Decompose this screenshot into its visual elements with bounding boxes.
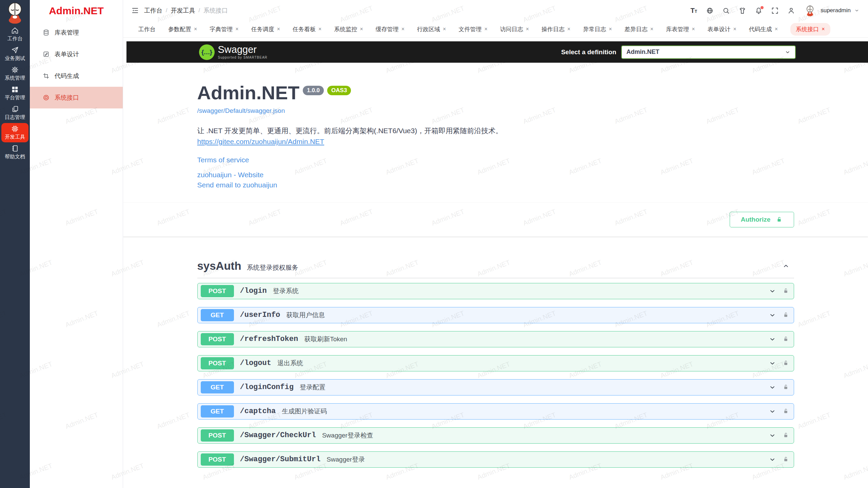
lock-icon[interactable] [783,336,789,342]
repo-link[interactable]: https://gitee.com/zuohuaijun/Admin.NET [197,138,324,146]
breadcrumb-item[interactable]: 开发工具 [171,6,195,15]
menu-item-database[interactable]: 库表管理 [30,22,123,43]
menu-item-form-edit[interactable]: 表单设计 [30,43,123,65]
chevron-up-icon[interactable] [783,263,789,269]
tab-item[interactable]: 文件管理× [458,25,487,33]
tab-item[interactable]: 工作台 [138,25,156,33]
tab-item[interactable]: 异常日志× [583,25,612,33]
chevron-down-icon[interactable] [769,336,776,343]
lock-icon[interactable] [783,384,789,390]
sidebar-item-chip[interactable]: 开发工具 [1,123,28,142]
menu-item-label: 表单设计 [55,50,79,58]
section-sysauth: sysAuth 系统登录授权服务 POST/login登录系统GET/userI… [197,256,794,468]
sidebar-item-notebook[interactable]: 帮助文档 [1,143,28,162]
spec-url-link[interactable]: /swagger/Default/swagger.json [197,107,285,115]
chevron-down-icon[interactable] [769,288,776,294]
close-icon[interactable]: × [775,26,778,32]
tab-item[interactable]: 表单设计× [707,25,736,33]
sidebar-item-home[interactable]: 工作台 [1,25,28,44]
close-icon[interactable]: × [650,26,653,32]
tab-item[interactable]: 行政区域× [417,25,446,33]
endpoint-summary: Swagger登录 [327,455,365,464]
sidebar-item-paper-plane[interactable]: 业务测试 [1,44,28,64]
close-icon[interactable]: × [822,26,825,32]
tab-item[interactable]: 库表管理× [666,25,695,33]
email-link[interactable]: Send email to zuohuaijun [197,181,794,189]
endpoint-row[interactable]: GET/captcha生成图片验证码 [197,403,794,420]
close-icon[interactable]: × [484,26,487,32]
tab-item[interactable]: 任务调度× [251,25,280,33]
swagger-logo-icon: {…} [199,44,215,60]
user-icon[interactable] [788,7,795,14]
close-icon[interactable]: × [277,26,280,32]
chevron-down-icon[interactable] [769,360,776,367]
terms-link[interactable]: Terms of service [197,156,794,164]
definition-select[interactable]: Admin.NET [621,45,796,59]
search-icon[interactable] [723,7,730,14]
theme-icon[interactable] [739,7,746,14]
tab-item[interactable]: 访问日志× [500,25,529,33]
chevron-down-icon[interactable] [769,408,776,415]
lock-icon[interactable] [783,312,789,318]
chevron-down-icon[interactable] [769,432,776,439]
method-badge: POST [201,333,234,345]
notification-icon[interactable] [755,7,762,14]
sidebar-item-gear[interactable]: 系统管理 [1,64,28,83]
lock-icon[interactable] [783,360,789,366]
close-icon[interactable]: × [526,26,529,32]
lock-icon[interactable] [783,432,789,439]
close-icon[interactable]: × [692,26,695,32]
sidebar-item-documents[interactable]: 日志管理 [1,103,28,123]
close-icon[interactable]: × [235,26,238,32]
chevron-down-icon[interactable] [769,456,776,463]
breadcrumb-item[interactable]: 工作台 [144,6,162,15]
endpoint-row[interactable]: POST/refreshToken获取刷新Token [197,331,794,347]
endpoint-row[interactable]: GET/userInfo获取用户信息 [197,307,794,323]
tab-item[interactable]: 差异日志× [625,25,653,33]
endpoint-row[interactable]: POST/Swagger/CheckUrlSwagger登录检查 [197,427,794,444]
tab-item[interactable]: 字典管理× [210,25,238,33]
app-logo[interactable] [0,0,30,24]
chevron-down-icon[interactable] [854,8,859,13]
close-icon[interactable]: × [401,26,405,32]
menu-fold-icon[interactable] [131,7,139,14]
tab-item[interactable]: 操作日志× [541,25,570,33]
tab-item[interactable]: 任务看板× [293,25,321,33]
close-icon[interactable]: × [318,26,321,32]
tab-item[interactable]: 参数配置× [168,25,197,33]
tab-item[interactable]: 缓存管理× [376,25,405,33]
language-icon[interactable] [706,7,713,14]
fullscreen-icon[interactable] [771,7,778,14]
endpoint-row[interactable]: GET/loginConfig登录配置 [197,379,794,395]
endpoint-row[interactable]: POST/Swagger/SubmitUrlSwagger登录 [197,451,794,468]
menu-item-api-target[interactable]: 系统接口 [30,87,123,108]
close-icon[interactable]: × [443,26,446,32]
lock-icon[interactable] [783,288,789,294]
chevron-down-icon[interactable] [769,384,776,391]
avatar[interactable] [804,4,816,17]
close-icon[interactable]: × [360,26,363,32]
chevron-down-icon[interactable] [769,312,776,319]
unlock-icon [776,216,783,223]
username[interactable]: superadmin [821,7,851,14]
tab-label: 差异日志 [625,25,648,33]
close-icon[interactable]: × [609,26,612,32]
close-icon[interactable]: × [567,26,570,32]
menu-item-code-crop[interactable]: 代码生成 [30,65,123,87]
font-size-icon[interactable]: TT [691,7,697,14]
lock-icon[interactable] [783,408,789,414]
endpoint-row[interactable]: POST/logout退出系统 [197,355,794,371]
tab-label: 库表管理 [666,25,689,33]
lock-icon[interactable] [783,456,789,463]
tab-item[interactable]: 系统监控× [334,25,363,33]
section-sysauth-header[interactable]: sysAuth 系统登录授权服务 [197,256,794,278]
tab-item[interactable]: 代码生成× [749,25,778,33]
contact-link[interactable]: zuohuaijun - Website [197,171,794,179]
close-icon[interactable]: × [733,26,736,32]
sidebar-item-grid[interactable]: 平台管理 [1,84,28,103]
tab-item[interactable]: 系统接口× [790,23,830,36]
section-sysuser-header[interactable]: sysUser 系统用户服务 [197,483,794,488]
authorize-button[interactable]: Authorize [730,212,794,227]
endpoint-row[interactable]: POST/login登录系统 [197,283,794,299]
close-icon[interactable]: × [194,26,197,32]
